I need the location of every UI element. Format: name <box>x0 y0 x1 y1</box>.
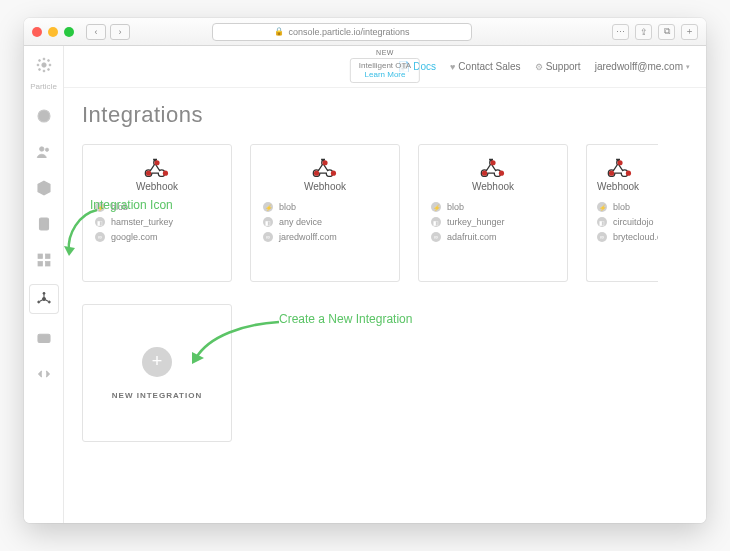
svg-rect-13 <box>38 254 43 259</box>
chevron-down-icon: ▾ <box>686 63 690 71</box>
svg-point-4 <box>49 64 51 66</box>
close-window-button[interactable] <box>32 27 42 37</box>
integration-card[interactable]: Webhook ⚡blob ◧any device ∞jaredwolff.co… <box>250 144 400 282</box>
service-name: Webhook <box>136 181 178 192</box>
svg-point-10 <box>39 147 44 152</box>
users-icon[interactable] <box>33 141 55 163</box>
device-icon: ◧ <box>431 217 441 227</box>
service-name: Webhook <box>304 181 346 192</box>
card-row: ◧turkey_hunger <box>419 217 567 227</box>
svg-point-1 <box>43 58 45 60</box>
user-menu[interactable]: jaredwolff@me.com▾ <box>595 61 690 72</box>
new-tab-icon[interactable]: ＋ <box>681 24 698 40</box>
new-badge: NEW <box>376 49 394 56</box>
lock-icon: 🔒 <box>274 27 284 36</box>
share-icon[interactable]: ⇪ <box>635 24 652 40</box>
cube-icon[interactable] <box>33 177 55 199</box>
svg-point-20 <box>37 301 39 303</box>
back-button[interactable]: ‹ <box>86 24 106 40</box>
svg-point-25 <box>154 160 159 165</box>
webhook-icon <box>607 155 633 177</box>
device-icon: ◧ <box>263 217 273 227</box>
gear-icon: ⚙ <box>535 62 543 72</box>
card-row: ⚡blob <box>587 202 658 212</box>
support-link[interactable]: ⚙Support <box>535 61 581 72</box>
integration-card[interactable]: Webhook ⚡blob ◧circuitdojo ∞brytecloud.c… <box>586 144 658 282</box>
new-integration-label: NEW INTEGRATION <box>112 391 202 400</box>
svg-rect-24 <box>38 334 50 342</box>
event-icon: ⚡ <box>597 202 607 212</box>
integrations-icon[interactable] <box>30 285 58 313</box>
svg-point-0 <box>41 63 46 68</box>
minimize-window-button[interactable] <box>48 27 58 37</box>
svg-point-11 <box>45 148 48 151</box>
url-bar[interactable]: 🔒 console.particle.io/integrations <box>212 23 472 41</box>
svg-point-26 <box>146 171 151 176</box>
svg-point-2 <box>43 70 45 72</box>
zoom-window-button[interactable] <box>64 27 74 37</box>
integration-card[interactable]: Webhook ⚡blob ◧hamster_turkey ∞google.co… <box>82 144 232 282</box>
card-row: ⚡blob <box>419 202 567 212</box>
code-icon[interactable] <box>33 363 55 385</box>
svg-point-29 <box>314 171 319 176</box>
reader-icon[interactable]: ⋯ <box>612 24 629 40</box>
sim-icon[interactable] <box>33 213 55 235</box>
brand-label: Particle <box>30 82 57 91</box>
contact-sales-link[interactable]: ♥Contact Sales <box>450 61 521 72</box>
card-row: ◧any device <box>251 217 399 227</box>
traffic-lights <box>32 27 74 37</box>
svg-point-3 <box>37 64 39 66</box>
svg-rect-15 <box>38 262 43 267</box>
link-icon: ∞ <box>597 232 607 242</box>
heart-icon: ♥ <box>450 62 455 72</box>
tabs-icon[interactable]: ⧉ <box>658 24 675 40</box>
service-name: Webhook <box>587 181 639 192</box>
svg-rect-12 <box>39 218 48 230</box>
card-row: ⚡blob <box>83 202 231 212</box>
sidebar: Particle <box>24 46 64 523</box>
device-icon: ◧ <box>95 217 105 227</box>
event-icon: ⚡ <box>263 202 273 212</box>
svg-rect-16 <box>45 262 50 267</box>
card-row: ◧hamster_turkey <box>83 217 231 227</box>
svg-point-35 <box>609 171 614 176</box>
svg-line-22 <box>45 300 48 302</box>
card-row: ∞adafruit.com <box>419 232 567 242</box>
svg-rect-14 <box>45 254 50 259</box>
webhook-icon <box>144 155 170 177</box>
new-integration-card[interactable]: + NEW INTEGRATION <box>82 304 232 442</box>
device-icon: ◧ <box>597 217 607 227</box>
svg-point-8 <box>47 69 49 71</box>
url-text: console.particle.io/integrations <box>288 27 409 37</box>
page-title: Integrations <box>82 102 706 128</box>
svg-point-34 <box>617 160 622 165</box>
card-row: ⚡blob <box>251 202 399 212</box>
globe-icon[interactable] <box>33 105 55 127</box>
logo-icon[interactable] <box>33 54 55 76</box>
promo-link: Learn More <box>359 70 411 79</box>
svg-point-27 <box>163 171 168 176</box>
event-icon: ⚡ <box>431 202 441 212</box>
card-row: ∞google.com <box>83 232 231 242</box>
browser-chrome: ‹ › 🔒 console.particle.io/integrations ⋯… <box>24 18 706 46</box>
billing-icon[interactable] <box>33 327 55 349</box>
card-row: ◧circuitdojo <box>587 217 658 227</box>
svg-point-6 <box>47 60 49 62</box>
svg-line-23 <box>39 300 42 302</box>
forward-button[interactable]: › <box>110 24 130 40</box>
svg-point-32 <box>482 171 487 176</box>
service-name: Webhook <box>472 181 514 192</box>
grid-icon[interactable] <box>33 249 55 271</box>
svg-point-9 <box>38 110 50 122</box>
webhook-icon <box>480 155 506 177</box>
integration-card[interactable]: Webhook ⚡blob ◧turkey_hunger ∞adafruit.c… <box>418 144 568 282</box>
event-icon: ⚡ <box>95 202 105 212</box>
svg-point-19 <box>48 301 50 303</box>
link-icon: ∞ <box>95 232 105 242</box>
webhook-icon <box>312 155 338 177</box>
svg-point-28 <box>322 160 327 165</box>
topbar: NEW Intelligent OTA Learn More 📄Docs ♥Co… <box>64 46 706 88</box>
svg-point-36 <box>626 171 631 176</box>
svg-point-33 <box>499 171 504 176</box>
promo-box[interactable]: Intelligent OTA Learn More <box>350 58 420 83</box>
